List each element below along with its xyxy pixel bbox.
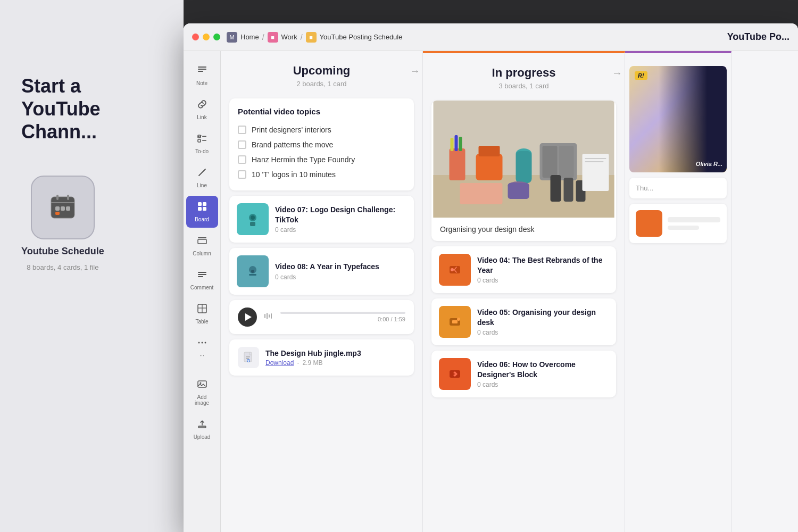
svg-rect-5 xyxy=(61,206,65,211)
video-card-04[interactable]: Video 04: The Best Rebrands of the Year … xyxy=(431,246,616,293)
audio-progress: 0:00 / 1:59 xyxy=(280,312,405,322)
checkbox-3[interactable] xyxy=(238,170,246,179)
breadcrumb-work[interactable]: Work xyxy=(281,33,297,41)
column-inprogress-header: In progress → 3 boards, 1 card xyxy=(423,53,625,94)
video-card-06[interactable]: Video 06: How to Overcome Designer's Blo… xyxy=(431,351,616,397)
svg-rect-67 xyxy=(583,154,609,191)
tool-todo[interactable]: To-do xyxy=(186,128,218,160)
svg-rect-40 xyxy=(264,314,265,318)
tool-link[interactable]: Link xyxy=(186,94,218,126)
video-info-04: Video 04: The Best Rebrands of the Year … xyxy=(477,255,609,284)
svg-line-15 xyxy=(199,169,205,176)
svg-rect-54 xyxy=(476,154,503,180)
svg-rect-20 xyxy=(198,237,206,238)
video-card-08[interactable]: Video 08: A Year in Typefaces 0 cards xyxy=(229,248,414,295)
more-icon xyxy=(197,337,207,351)
svg-rect-21 xyxy=(198,239,206,244)
video-thumb-04 xyxy=(439,254,471,286)
video-thumb-06 xyxy=(439,358,471,390)
inprogress-cards: Organising your design desk xyxy=(423,94,625,532)
tool-more[interactable]: ··· xyxy=(186,332,218,364)
file-name: The Design Hub jingle.mp3 xyxy=(265,349,361,358)
table-icon xyxy=(197,303,207,317)
checkbox-0[interactable] xyxy=(238,126,246,134)
tool-column[interactable]: Column xyxy=(186,230,218,262)
svg-point-28 xyxy=(198,342,200,344)
maximize-button[interactable] xyxy=(213,34,220,40)
video-info-06: Video 06: How to Overcome Designer's Blo… xyxy=(477,360,609,388)
audio-time: 0:00 / 1:59 xyxy=(280,316,405,322)
card-description: Organising your design desk xyxy=(431,218,616,241)
download-link[interactable]: Download xyxy=(265,359,294,367)
file-info: The Design Hub jingle.mp3 Download - 2.9… xyxy=(265,349,361,367)
svg-rect-65 xyxy=(564,178,573,202)
video-thumb-07 xyxy=(237,203,269,235)
column-done-header xyxy=(625,53,731,66)
schedule-sub: 8 boards, 4 cards, 1 file xyxy=(27,263,98,271)
checklist-item-1: Brand patterns the move xyxy=(238,137,405,152)
svg-rect-13 xyxy=(202,136,206,137)
play-button[interactable] xyxy=(238,307,257,327)
youtube-icon: ■ xyxy=(306,32,317,43)
svg-rect-14 xyxy=(202,140,206,142)
svg-rect-60 xyxy=(559,146,574,178)
progress-bar[interactable] xyxy=(280,312,405,314)
video-card-05[interactable]: Video 05: Organising your design desk 0 … xyxy=(431,298,616,345)
breadcrumb-youtube[interactable]: YouTube Posting Schedule xyxy=(320,33,403,41)
video-count-08: 0 cards xyxy=(275,273,379,281)
boards-scroll: Upcoming → 2 boards, 1 card Potential vi… xyxy=(221,51,798,532)
upcoming-title: Upcoming xyxy=(293,64,351,78)
svg-rect-61 xyxy=(460,183,503,204)
tool-table[interactable]: Table xyxy=(186,298,218,330)
file-icon xyxy=(238,347,259,368)
checklist-item-label-3: 10 'T' logos in 10 minutes xyxy=(252,170,336,179)
audio-waves-icon xyxy=(263,311,274,323)
tool-add-image[interactable]: Add image xyxy=(186,373,218,411)
svg-point-35 xyxy=(251,215,255,220)
svg-rect-10 xyxy=(198,71,203,72)
partial-video-card[interactable]: Thu... xyxy=(629,178,727,198)
file-size-val: 2.9 MB xyxy=(302,359,322,367)
add-image-label: Add image xyxy=(190,394,214,406)
checkbox-1[interactable] xyxy=(238,140,246,149)
checklist-title: Potential video topics xyxy=(238,107,405,116)
svg-rect-22 xyxy=(198,272,206,273)
video-title-06: Video 06: How to Overcome Designer's Blo… xyxy=(477,360,609,379)
file-card: The Design Hub jingle.mp3 Download - 2.9… xyxy=(229,339,414,376)
svg-rect-12 xyxy=(198,139,201,142)
svg-rect-68 xyxy=(585,158,606,159)
tool-comment[interactable]: Comment xyxy=(186,264,218,296)
audio-player: 0:00 / 1:59 xyxy=(229,300,414,334)
tool-line[interactable]: Line xyxy=(186,162,218,194)
image-card[interactable]: Organising your design desk xyxy=(431,101,616,241)
video-thumb-08 xyxy=(237,255,269,287)
tool-note[interactable]: Note xyxy=(186,60,218,92)
close-button[interactable] xyxy=(192,34,199,40)
tool-upload[interactable]: Upload xyxy=(186,413,218,445)
column-in-progress: In progress → 3 boards, 1 card xyxy=(423,51,625,532)
svg-rect-2 xyxy=(67,195,69,200)
checklist-item-label-0: Print designers' interiors xyxy=(252,126,331,134)
video-card-07[interactable]: Video 07: Logo Design Challenge: TikTok … xyxy=(229,196,414,243)
inprogress-title: In progress xyxy=(492,66,556,80)
partial-orange-card[interactable] xyxy=(629,204,727,243)
svg-rect-24 xyxy=(198,276,203,277)
partial-label: Thu... xyxy=(636,184,720,192)
svg-point-29 xyxy=(201,342,203,344)
checkbox-2[interactable] xyxy=(238,155,246,164)
comment-label: Comment xyxy=(190,285,213,290)
breadcrumb: M Home / ■ Work / ■ YouTube Posting Sche… xyxy=(227,32,402,43)
background-panel: Start a YouTube Chann... Youtube Schedul… xyxy=(0,0,184,532)
svg-rect-41 xyxy=(267,313,268,319)
checklist-item-0: Print designers' interiors xyxy=(238,122,405,137)
svg-rect-7 xyxy=(55,212,60,215)
breadcrumb-home[interactable]: Home xyxy=(240,33,259,41)
svg-rect-8 xyxy=(198,66,206,68)
minimize-button[interactable] xyxy=(203,34,210,40)
arrow-upcoming: → xyxy=(410,65,420,77)
video-info-05: Video 05: Organising your design desk 0 … xyxy=(477,307,609,336)
tool-board[interactable]: Board xyxy=(186,196,218,228)
sidebar-tools: Note Link xyxy=(184,51,221,532)
svg-rect-50 xyxy=(450,148,466,180)
home-icon: M xyxy=(227,32,237,43)
